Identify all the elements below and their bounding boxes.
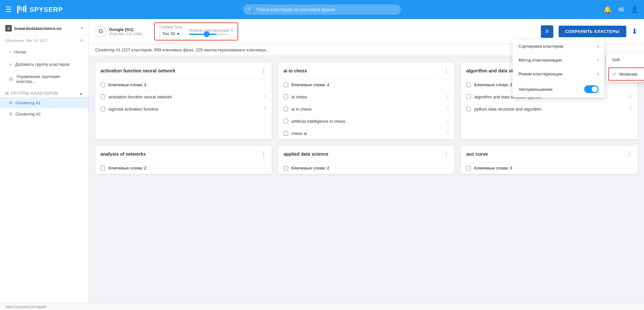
clustering-info-text: Clustering #1 (227 кластеров, 999 ключев… bbox=[95, 47, 266, 52]
card-menu-icon[interactable]: ⋮ bbox=[261, 67, 266, 74]
user-icon[interactable]: 👤 bbox=[631, 6, 639, 13]
drag-handle-icon[interactable]: ⠿ bbox=[446, 106, 449, 112]
cluster-row: python data structure and algorithm ⠿ bbox=[461, 103, 637, 115]
groups-section: ⊞ Группы кластеров ▲ bbox=[0, 88, 88, 97]
row-text: chess ai bbox=[291, 131, 443, 136]
row-checkbox-0-0[interactable] bbox=[101, 94, 105, 99]
svg-rect-2 bbox=[21, 7, 22, 11]
submenu-soft[interactable]: Soft bbox=[606, 53, 644, 66]
chevron-up-icon[interactable]: ▲ bbox=[79, 91, 83, 96]
back-label: Назад bbox=[14, 49, 26, 54]
cluster-icon2: ⧉ bbox=[9, 111, 12, 116]
card-menu-icon[interactable]: ⋮ bbox=[443, 67, 449, 74]
auto-item[interactable]: Автоуменьшение bbox=[513, 81, 605, 97]
card-title: auc curve bbox=[466, 151, 488, 157]
back-icon: ‹ bbox=[9, 49, 11, 54]
cluster-level-slider[interactable] bbox=[189, 34, 228, 35]
sort-clusters-item[interactable]: Сортировка кластеров › bbox=[513, 39, 605, 53]
hamburger-icon[interactable]: ☰ bbox=[5, 5, 12, 14]
card-menu-icon[interactable]: ⋮ bbox=[626, 150, 632, 158]
row-text: activation function neural network bbox=[108, 94, 260, 99]
cluster-row: artificial intelligence in chess ⠿ bbox=[278, 115, 455, 127]
card-menu-icon[interactable]: ⋮ bbox=[261, 150, 266, 158]
download-button[interactable]: ⬇ bbox=[632, 27, 637, 36]
topnav: ☰ SPYSERP 🔍 🔔 ✉ 👤 bbox=[0, 0, 644, 19]
submenu-method: Soft ✓ Moderate bbox=[606, 53, 644, 82]
auto-toggle[interactable] bbox=[584, 85, 599, 93]
logo-icon bbox=[16, 4, 27, 15]
settings-icon: ≡ bbox=[545, 28, 549, 35]
depth-select[interactable]: Топ 30 ▾ bbox=[159, 30, 182, 38]
method-item[interactable]: Метод кластеризации › Soft ✓ Moderate bbox=[513, 53, 605, 67]
sidebar-add-group-button[interactable]: + Добавить группу кластеров bbox=[3, 58, 86, 70]
search-bar[interactable]: 🔍 bbox=[243, 4, 401, 15]
drag-handle-icon[interactable]: ⠿ bbox=[629, 106, 632, 112]
drag-handle-icon[interactable]: ⠿ bbox=[263, 94, 266, 99]
check-icon: ✓ bbox=[613, 71, 617, 77]
search-input[interactable] bbox=[243, 4, 401, 15]
drag-handle-icon[interactable]: ⠿ bbox=[446, 94, 449, 99]
svg-rect-0 bbox=[17, 6, 18, 13]
cluster-card: ai in chess ⋮ Ключевые слова: 4 ai chess… bbox=[278, 63, 455, 139]
sidebar-back-button[interactable]: ‹ Назад bbox=[3, 45, 86, 58]
app-logo: SPYSERP bbox=[16, 4, 63, 15]
chevron-right-icon3: › bbox=[597, 71, 599, 76]
sidebar-domain[interactable]: ⊞ towardsdatascience.co ▾ bbox=[0, 22, 88, 35]
keywords-count: Ключевые слова: 4 bbox=[291, 83, 329, 87]
row-checkbox-2-0[interactable] bbox=[466, 94, 471, 99]
submenu-moderate[interactable]: ✓ Moderate bbox=[608, 67, 644, 81]
drag-handle-icon[interactable]: ⠿ bbox=[446, 131, 449, 136]
slider-wrap bbox=[189, 34, 233, 35]
depth-value: Топ 30 bbox=[162, 31, 175, 36]
drag-handle-icon[interactable]: ⠿ bbox=[263, 106, 266, 112]
row-text: artificial intelligence in chess bbox=[291, 119, 443, 124]
row-checkbox-1-1[interactable] bbox=[284, 107, 288, 111]
row-text: python data structure and algorithm bbox=[474, 107, 626, 112]
row-checkbox-0-1[interactable] bbox=[101, 107, 105, 111]
row-text: ai in chess bbox=[291, 107, 443, 112]
settings-button[interactable]: ≡ bbox=[541, 25, 553, 38]
clustering1-label: Clustering #1 bbox=[15, 100, 41, 105]
card-checkbox-0[interactable] bbox=[101, 83, 105, 87]
card-checkbox-4[interactable] bbox=[284, 166, 288, 170]
google-name: Google (G1) bbox=[109, 27, 142, 32]
card-title: activation function neural network bbox=[101, 68, 175, 73]
card-checkbox-3[interactable] bbox=[101, 166, 105, 170]
main-content: G Google (G1) (Palo Alto, CA, USA) Глуби… bbox=[89, 19, 644, 310]
message-icon[interactable]: ✉ bbox=[618, 6, 624, 13]
domain-name: towardsdatascience.co bbox=[14, 26, 79, 31]
search-icon: 🔍 bbox=[247, 7, 253, 13]
mode-item[interactable]: Режим кластеризации › bbox=[513, 67, 605, 81]
mode-label: Режим кластеризации bbox=[518, 71, 563, 76]
row-checkbox-2-1[interactable] bbox=[466, 107, 471, 111]
cluster-row: chess ai ⠿ bbox=[278, 127, 455, 139]
sidebar-manage-groups-button[interactable]: ⊟ Управление группами кластер... bbox=[3, 70, 86, 88]
drag-handle-icon[interactable]: ⠿ bbox=[446, 118, 449, 124]
card-menu-icon[interactable]: ⋮ bbox=[443, 150, 449, 158]
cluster-row: ai chess ⠿ bbox=[278, 91, 455, 103]
card-header: auc curve ⋮ bbox=[461, 146, 637, 163]
card-header: ai in chess ⋮ bbox=[278, 63, 455, 79]
save-clusters-button[interactable]: СОХРАНИТЬ КЛАСТЕРЫ bbox=[559, 26, 626, 37]
card-subheader: Ключевые слова: 4 bbox=[278, 79, 455, 91]
cluster-card: analysis of networks ⋮ Ключевые слова: 2 bbox=[95, 146, 272, 174]
drag-handle-icon[interactable]: ⠿ bbox=[629, 94, 632, 99]
card-title: ai in chess bbox=[284, 68, 307, 73]
card-checkbox-2[interactable] bbox=[466, 83, 471, 87]
row-checkbox-1-3[interactable] bbox=[284, 131, 288, 136]
keywords-count: Ключевые слова: 2 bbox=[108, 83, 146, 87]
cluster-card: auc curve ⋮ Ключевые слова: 3 bbox=[461, 146, 637, 174]
sidebar-item-clustering2[interactable]: ⧉ Clustering #2 bbox=[0, 108, 88, 119]
sidebar-item-clustering1[interactable]: ⧉ Clustering #1 bbox=[0, 97, 88, 108]
soft-label: Soft bbox=[612, 57, 620, 62]
card-checkbox-1[interactable] bbox=[284, 83, 288, 87]
keywords-count: Ключевые слова: 2 bbox=[474, 83, 512, 87]
manage-groups-label: Управление группами кластер... bbox=[16, 74, 79, 84]
clustering2-label: Clustering #2 bbox=[15, 112, 41, 116]
plus-icon: + bbox=[9, 62, 12, 67]
row-checkbox-1-0[interactable] bbox=[284, 94, 288, 99]
row-checkbox-1-2[interactable] bbox=[284, 119, 288, 123]
dropdown-menu: Сортировка кластеров › Метод кластеризац… bbox=[513, 39, 605, 97]
card-checkbox-5[interactable] bbox=[466, 166, 471, 170]
notification-icon[interactable]: 🔔 bbox=[604, 6, 612, 13]
